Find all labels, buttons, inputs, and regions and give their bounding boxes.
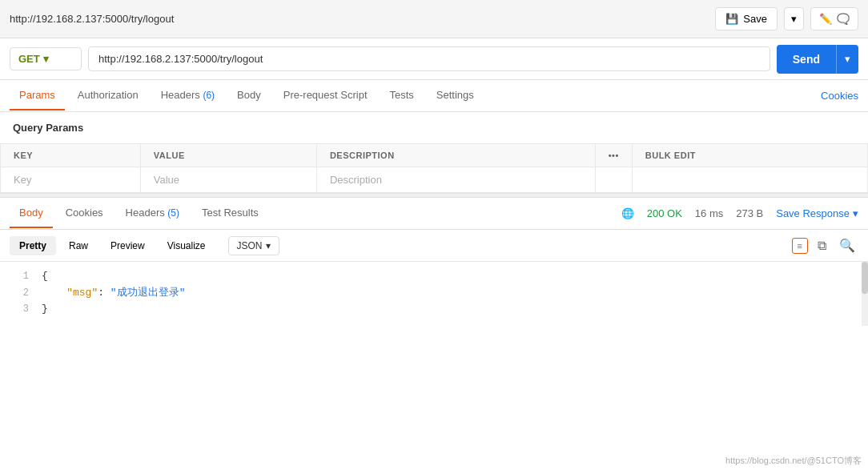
code-line-2: 2 "msg" : "成功退出登录" <box>0 283 868 301</box>
send-chevron-icon[interactable]: ▾ <box>836 45 858 74</box>
tab-body[interactable]: Body <box>227 81 271 110</box>
tab-pre-request-script[interactable]: Pre-request Script <box>274 81 377 110</box>
tabs-row: Params Authorization Headers (6) Body Pr… <box>0 80 868 112</box>
globe-icon: 🌐 <box>621 207 634 219</box>
headers-badge: (6) <box>203 90 215 101</box>
request-row: GET ▾ Send ▾ <box>0 38 868 80</box>
col-header-description: DESCRIPTION <box>316 144 595 167</box>
method-chevron-icon: ▾ <box>43 53 49 65</box>
format-row: Pretty Raw Preview Visualize JSON ▾ ≡ ⧉ … <box>0 230 868 262</box>
edit-icon: ✏️ <box>819 13 832 25</box>
table-header-row: KEY VALUE DESCRIPTION ••• Bulk Edit <box>1 144 868 167</box>
save-response-chevron-icon: ▾ <box>853 207 858 219</box>
url-input[interactable] <box>88 46 770 71</box>
code-line-3: 3 } <box>0 301 868 316</box>
value-cell[interactable]: Value <box>140 167 316 193</box>
edit-icon-button[interactable]: ✏️ 🗨️ <box>810 7 858 30</box>
tab-settings[interactable]: Settings <box>427 81 484 110</box>
watermark: https://blog.csdn.net/@51CTO博客 <box>725 455 862 467</box>
response-headers-badge: (5) <box>167 207 179 219</box>
query-params-header: Query Params <box>0 112 868 143</box>
table-row: Key Value Description <box>1 167 868 193</box>
bulk-edit-cell <box>632 167 867 193</box>
code-line-1: 1 { <box>0 268 868 283</box>
response-meta: 🌐 200 OK 16 ms 273 B Save Response ▾ <box>621 207 858 219</box>
url-bar-title: http://192.168.2.137:5000/try/logout <box>10 13 174 25</box>
dots-cell <box>595 167 632 193</box>
save-icon: 💾 <box>725 13 738 25</box>
status-badge: 200 OK <box>647 207 682 219</box>
json-label: JSON <box>237 240 263 251</box>
col-header-key: KEY <box>1 144 141 167</box>
send-button[interactable]: Send ▾ <box>777 45 858 74</box>
response-size: 273 B <box>736 207 763 219</box>
response-tab-cookies[interactable]: Cookies <box>56 199 113 228</box>
col-header-bulk-edit[interactable]: Bulk Edit <box>632 144 867 167</box>
col-header-dots: ••• <box>595 144 632 167</box>
format-preview-button[interactable]: Preview <box>101 236 155 255</box>
tab-params[interactable]: Params <box>10 81 65 110</box>
cookies-link[interactable]: Cookies <box>821 90 858 102</box>
comment-icon: 🗨️ <box>837 13 850 25</box>
url-bar-left: http://192.168.2.137:5000/try/logout <box>10 13 174 25</box>
chevron-down-icon: ▾ <box>791 13 797 25</box>
col-header-value: VALUE <box>140 144 316 167</box>
scrollbar-thumb[interactable] <box>862 262 868 294</box>
key-cell[interactable]: Key <box>1 167 141 193</box>
description-cell[interactable]: Description <box>316 167 595 193</box>
format-icons: ≡ ⧉ 🔍 <box>792 235 858 256</box>
json-chevron-icon: ▾ <box>266 240 271 251</box>
copy-icon-button[interactable]: ⧉ <box>814 235 830 256</box>
params-table: KEY VALUE DESCRIPTION ••• Bulk Edit Key … <box>0 143 868 193</box>
json-format-select[interactable]: JSON ▾ <box>228 236 279 255</box>
save-response-button[interactable]: Save Response ▾ <box>776 207 858 219</box>
response-tabs-row: Body Cookies Headers (5) Test Results 🌐 … <box>0 198 868 230</box>
format-raw-button[interactable]: Raw <box>59 236 98 255</box>
tab-headers[interactable]: Headers (6) <box>151 81 224 110</box>
method-select[interactable]: GET ▾ <box>10 47 82 70</box>
response-tab-test-results[interactable]: Test Results <box>192 199 268 228</box>
search-icon-button[interactable]: 🔍 <box>836 235 858 256</box>
scrollbar-track <box>862 262 868 326</box>
save-button[interactable]: 💾 Save <box>715 7 778 30</box>
save-chevron-button[interactable]: ▾ <box>784 7 804 30</box>
tab-authorization[interactable]: Authorization <box>68 81 148 110</box>
format-pretty-button[interactable]: Pretty <box>10 236 56 255</box>
code-area: 1 { 2 "msg" : "成功退出登录" 3 } <box>0 262 868 326</box>
wrap-icon[interactable]: ≡ <box>792 238 808 254</box>
send-label: Send <box>777 45 836 74</box>
url-bar: http://192.168.2.137:5000/try/logout 💾 S… <box>0 0 868 38</box>
tab-tests[interactable]: Tests <box>380 81 424 110</box>
method-label: GET <box>18 53 40 65</box>
response-tab-headers[interactable]: Headers (5) <box>116 199 189 228</box>
url-bar-right: 💾 Save ▾ ✏️ 🗨️ <box>715 7 858 30</box>
tabs-right: Cookies <box>821 90 858 102</box>
response-tab-body[interactable]: Body <box>10 199 53 228</box>
response-time: 16 ms <box>695 207 723 219</box>
format-visualize-button[interactable]: Visualize <box>158 236 215 255</box>
